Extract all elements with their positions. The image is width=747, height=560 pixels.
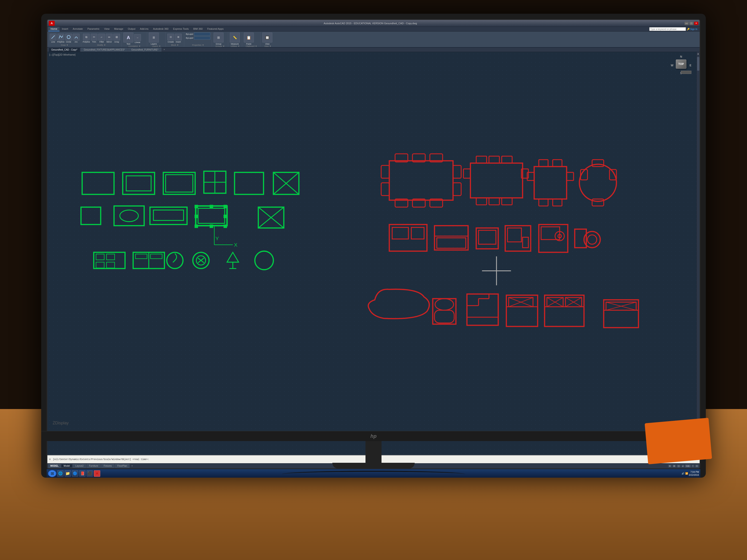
svg-text:X: X — [234, 242, 237, 248]
layout-tab-furniture[interactable]: Furniture — [86, 464, 101, 468]
scrollbar-thumb[interactable] — [697, 57, 699, 71]
tab-home[interactable]: Home — [48, 27, 59, 31]
tool-group[interactable]: ⊞ Group — [213, 32, 224, 45]
doc-tab-add[interactable]: + — [162, 48, 167, 52]
viewport-area: [—][Top][2D Wireframe] N S W E TOP — [47, 52, 700, 455]
tool-circle[interactable]: Circle — [65, 34, 72, 43]
status-snap[interactable]: ⊕ — [668, 464, 672, 468]
svg-rect-63 — [476, 156, 487, 163]
tool-copy[interactable]: ⧉ Polyline — [83, 34, 90, 43]
svg-rect-18 — [153, 210, 184, 220]
utilities-group-label: Utilities ▼ — [230, 45, 240, 47]
tool-paste[interactable]: 📋 Paste — [244, 32, 254, 45]
svg-rect-4 — [126, 176, 151, 191]
layers-icon[interactable]: ≡ Layers — [149, 32, 159, 45]
svg-rect-77 — [567, 172, 573, 181]
cmd-close-icon[interactable]: ✕ — [49, 458, 52, 461]
svg-rect-126 — [604, 300, 639, 328]
tab-addins[interactable]: Add-ins — [138, 27, 151, 31]
taskbar-item5[interactable]: ⬛ — [86, 470, 93, 477]
svg-rect-92 — [508, 228, 521, 242]
ribbon-layers-group: ≡ Layers Layers ▼ — [147, 32, 166, 47]
status-plus[interactable]: + — [691, 464, 694, 468]
ribbon-block-group: ⊡ Create ⊞ Insert Block ▼ — [166, 32, 184, 47]
maximize-button[interactable]: □ — [689, 22, 693, 25]
tool-measure[interactable]: 📏 Measure — [230, 32, 240, 45]
doc-tab-fixtures[interactable]: Gesundheit_FIXTURES&APPLIANCES* — [81, 48, 128, 52]
annotation-group-label: Annotation ▼ — [123, 45, 146, 47]
layout-tab-fixtures[interactable]: Fixtures — [101, 464, 114, 468]
tool-arc[interactable]: Arc — [73, 34, 80, 43]
layout-tab-layout2[interactable]: Layout2 — [73, 464, 86, 468]
doc-tab-gesundheit-copy[interactable]: Gesundheit_CAD - Copy* — [48, 48, 80, 52]
tab-manage[interactable]: Manage — [112, 27, 126, 31]
tool-block-insert[interactable]: ⊞ Insert — [175, 34, 182, 43]
layout-tab-add[interactable]: + — [130, 464, 134, 468]
taskbar-ie[interactable]: 🌐 — [57, 470, 63, 477]
svg-rect-44 — [151, 254, 162, 259]
layout-tab-model[interactable]: Model — [61, 464, 72, 468]
tool-fillet[interactable]: ⌐ Fillet — [98, 34, 105, 43]
tab-autodesk360[interactable]: Autodesk 360 — [151, 27, 171, 31]
status-ortho[interactable]: ◫ — [677, 464, 680, 468]
tab-output[interactable]: Output — [126, 27, 138, 31]
taskbar-acrobat[interactable]: 📕 — [79, 470, 85, 477]
status-scale: 1:1 — [685, 464, 691, 468]
tab-view[interactable]: View — [102, 27, 112, 31]
tool-line[interactable]: Line — [50, 34, 56, 43]
zdisplay-label: ZDisplay — [53, 421, 69, 426]
minimize-button[interactable]: — — [685, 22, 689, 25]
tool-block-create[interactable]: ⊡ Create — [167, 34, 174, 43]
svg-text:Y: Y — [215, 235, 219, 241]
status-polar[interactable]: ⌀ — [681, 464, 684, 468]
layout-tab-floorplan[interactable]: FloorPlan — [115, 464, 130, 468]
tool-polyline[interactable]: Polyline — [57, 34, 65, 43]
svg-rect-88 — [437, 238, 466, 248]
tab-featuredapps[interactable]: Featured Apps — [205, 27, 226, 31]
svg-rect-19 — [196, 206, 227, 225]
doc-tab-furniture[interactable]: Gesundheit_FURNITURE* — [128, 48, 161, 52]
tool-trim[interactable]: ✂ Trim — [91, 34, 98, 43]
svg-rect-39 — [96, 262, 104, 268]
ribbon-view-group: 🔲 View View ▼ — [261, 32, 275, 47]
tool-mirror[interactable]: ⇔ Mirror — [106, 34, 112, 43]
groups-group-label: Groups ▼ — [213, 45, 227, 47]
drawing-canvas[interactable]: [—][Top][2D Wireframe] N S W E TOP — [47, 52, 696, 455]
drawing-svg: Y X — [47, 52, 696, 455]
svg-rect-23 — [224, 205, 227, 208]
taskbar-chrome[interactable]: 🔵 — [72, 470, 78, 477]
svg-rect-95 — [541, 227, 560, 240]
monitor-screen: A Autodesk AutoCAD 2015 - EDUCATIONAL VE… — [47, 19, 700, 469]
svg-point-100 — [588, 235, 597, 244]
svg-rect-81 — [592, 199, 604, 206]
ribbon-search[interactable]: 🔑 Sign In — [648, 27, 699, 31]
monitor-outer: A Autodesk AutoCAD 2015 - EDUCATIONAL VE… — [41, 14, 706, 478]
signin-button[interactable]: 🔑 Sign In — [687, 28, 697, 30]
tab-expresstools[interactable]: Express Tools — [171, 27, 191, 31]
title-bar-title: Autodesk AutoCAD 2015 - EDUCATIONAL VERS… — [56, 22, 685, 25]
status-nav[interactable]: ⊡ — [695, 464, 699, 468]
taskbar-autocad[interactable]: A — [94, 470, 100, 477]
svg-rect-40 — [106, 262, 114, 268]
close-button[interactable]: ✕ — [694, 22, 698, 25]
ribbon-groups-group: ⊞ Group Groups ▼ — [212, 32, 228, 47]
svg-rect-37 — [96, 254, 104, 260]
tool-view[interactable]: 🔲 View — [262, 32, 272, 45]
document-tabs: Gesundheit_CAD - Copy* Gesundheit_FIXTUR… — [47, 48, 700, 52]
tab-insert[interactable]: Insert — [59, 27, 71, 31]
search-input[interactable] — [649, 27, 686, 31]
v-scrollbar[interactable]: ▲ ▼ — [696, 52, 700, 455]
tool-linear[interactable]: ↔ Linear — [134, 34, 141, 44]
tab-bim360[interactable]: BIM 360 — [191, 27, 205, 31]
tool-text[interactable]: A Text — [123, 32, 133, 45]
ribbon-modify-group: ⧉ Polyline ✂ Trim ⌐ Fillet — [81, 32, 122, 47]
start-button[interactable]: ⊞ — [48, 470, 56, 477]
svg-rect-6 — [166, 175, 193, 192]
tab-annotate[interactable]: Annotate — [71, 27, 85, 31]
tool-array[interactable]: ⊞ Array — [113, 34, 120, 43]
svg-rect-21 — [195, 205, 198, 208]
status-grid[interactable]: ⊞ — [672, 464, 676, 468]
taskbar-explorer[interactable]: 📁 — [65, 470, 71, 477]
tab-parametric[interactable]: Parametric — [85, 27, 102, 31]
monitor-bottom-bar: hp — [41, 431, 706, 441]
